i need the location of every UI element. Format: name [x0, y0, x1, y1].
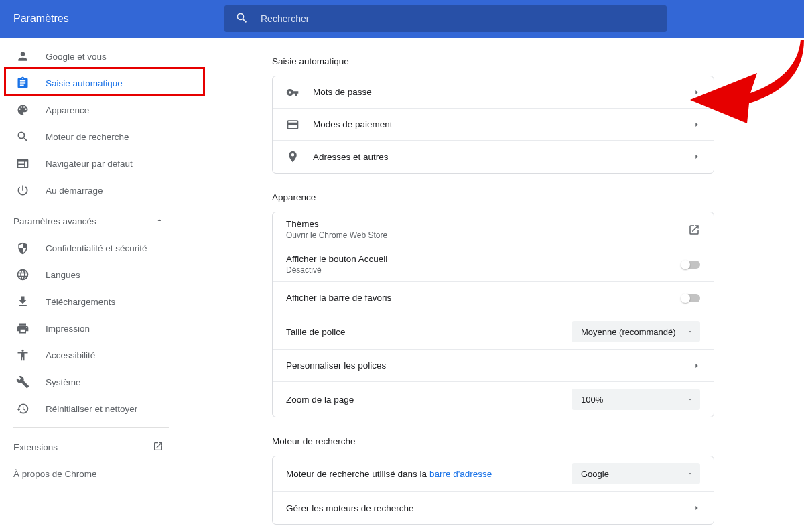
sidebar-item-search-engine[interactable]: Moteur de recherche [0, 123, 182, 150]
address-bar-link[interactable]: barre d'adresse [429, 469, 492, 479]
location-icon [286, 150, 299, 163]
row-customize-fonts[interactable]: Personnaliser les polices [273, 350, 714, 382]
sidebar-item-label: Au démarrage [46, 186, 103, 196]
sidebar: Google et vous Saisie automatique Appare… [0, 38, 182, 532]
select-page-zoom[interactable]: 100% [572, 389, 700, 410]
toggle-home-button[interactable] [681, 261, 700, 269]
open-external-icon [153, 441, 163, 454]
sidebar-item-label: Extensions [13, 442, 58, 452]
sidebar-item-label: Réinitialiser et nettoyer [46, 404, 137, 414]
search-icon [16, 130, 29, 143]
row-label: Mots de passe [313, 87, 693, 97]
row-sublabel: Désactivé [286, 265, 681, 275]
globe-icon [16, 268, 29, 281]
toggle-bookmarks-bar[interactable] [681, 294, 700, 302]
sidebar-item-label: Saisie automatique [46, 78, 123, 88]
chevron-down-icon [687, 328, 693, 335]
chevron-right-icon [693, 121, 700, 128]
sidebar-item-printing[interactable]: Impression [0, 315, 182, 342]
sidebar-advanced-label: Paramètres avancés [13, 216, 96, 226]
autofill-card: Mots de passe Modes de paiement Adresses… [272, 76, 714, 174]
section-title-autofill: Saisie automatique [272, 56, 714, 66]
sidebar-item-default-browser[interactable]: Navigateur par défaut [0, 150, 182, 177]
chevron-right-icon [693, 89, 700, 96]
section-title-appearance: Apparence [272, 192, 714, 202]
chevron-right-icon [693, 153, 700, 160]
row-manage-search-engines[interactable]: Gérer les moteurs de recherche [273, 492, 714, 524]
app-header: Paramètres [0, 0, 804, 38]
row-bookmarks-bar[interactable]: Afficher la barre de favoris [273, 282, 714, 314]
open-external-icon [688, 224, 700, 236]
sidebar-item-autofill[interactable]: Saisie automatique [0, 70, 182, 96]
search-icon [235, 11, 261, 27]
row-font-size: Taille de police Moyenne (recommandé) [273, 314, 714, 350]
person-icon [16, 50, 29, 63]
section-title-search-engine: Moteur de recherche [272, 436, 714, 446]
row-label: Moteur de recherche utilisé dans la barr… [286, 469, 572, 479]
row-label: Gérer les moteurs de recherche [286, 503, 693, 513]
row-page-zoom: Zoom de la page 100% [273, 382, 714, 417]
sidebar-item-extensions[interactable]: Extensions [0, 434, 182, 460]
select-value: 100% [581, 395, 603, 405]
row-label: Modes de paiement [313, 119, 693, 129]
page-title: Paramètres [13, 13, 224, 25]
row-search-engine-used: Moteur de recherche utilisé dans la barr… [273, 456, 714, 492]
chevron-down-icon [687, 470, 693, 477]
sidebar-divider [13, 427, 169, 428]
row-label: Personnaliser les polices [286, 360, 693, 371]
shield-icon [16, 241, 29, 255]
sidebar-item-downloads[interactable]: Téléchargements [0, 288, 182, 315]
row-label: Adresses et autres [313, 152, 693, 162]
sidebar-item-privacy[interactable]: Confidentialité et sécurité [0, 235, 182, 261]
key-icon [286, 86, 299, 99]
credit-card-icon [286, 118, 299, 131]
palette-icon [16, 103, 29, 117]
search-input[interactable] [261, 13, 656, 24]
sidebar-item-system[interactable]: Système [0, 369, 182, 395]
main-content: Saisie automatique Mots de passe Modes d… [182, 38, 804, 532]
appearance-card: Thèmes Ouvrir le Chrome Web Store Affich… [272, 212, 714, 417]
sidebar-item-label: Confidentialité et sécurité [46, 243, 147, 253]
sidebar-item-label: Impression [46, 324, 90, 334]
row-themes[interactable]: Thèmes Ouvrir le Chrome Web Store [273, 212, 714, 247]
row-label: Zoom de la page [286, 395, 572, 405]
sidebar-item-label: Apparence [46, 105, 89, 115]
download-icon [16, 295, 29, 308]
sidebar-item-label: Téléchargements [46, 297, 115, 307]
row-label: Afficher la barre de favoris [286, 293, 681, 303]
sidebar-item-on-startup[interactable]: Au démarrage [0, 177, 182, 204]
sidebar-item-about[interactable]: À propos de Chrome [0, 460, 182, 487]
assignment-icon [16, 76, 29, 90]
sidebar-item-accessibility[interactable]: Accessibilité [0, 342, 182, 369]
sidebar-item-label: Langues [46, 270, 80, 280]
sidebar-item-reset[interactable]: Réinitialiser et nettoyer [0, 395, 182, 422]
row-label: Taille de police [286, 327, 572, 337]
row-home-button[interactable]: Afficher le bouton Accueil Désactivé [273, 247, 714, 282]
power-icon [16, 184, 29, 197]
sidebar-item-languages[interactable]: Langues [0, 261, 182, 288]
search-engine-card: Moteur de recherche utilisé dans la barr… [272, 456, 714, 525]
row-passwords[interactable]: Mots de passe [273, 76, 714, 109]
row-addresses[interactable]: Adresses et autres [273, 141, 714, 173]
search-box[interactable] [224, 5, 667, 32]
chevron-up-icon [155, 216, 163, 226]
select-search-engine[interactable]: Google [572, 463, 700, 484]
select-value: Moyenne (recommandé) [581, 327, 676, 337]
chevron-down-icon [687, 396, 693, 403]
sidebar-advanced-toggle[interactable]: Paramètres avancés [0, 208, 182, 235]
sidebar-item-google-and-you[interactable]: Google et vous [0, 43, 182, 70]
chevron-right-icon [693, 362, 700, 369]
select-font-size[interactable]: Moyenne (recommandé) [572, 321, 700, 342]
row-payment-methods[interactable]: Modes de paiement [273, 109, 714, 141]
accessibility-icon [16, 348, 29, 362]
sidebar-item-label: À propos de Chrome [13, 469, 97, 479]
sidebar-item-label: Google et vous [46, 52, 107, 62]
sidebar-item-label: Système [46, 377, 81, 387]
wrench-icon [16, 375, 29, 389]
sidebar-item-appearance[interactable]: Apparence [0, 96, 182, 123]
sidebar-item-label: Navigateur par défaut [46, 159, 133, 169]
print-icon [16, 322, 29, 335]
sidebar-item-label: Accessibilité [46, 350, 95, 360]
row-label: Afficher le bouton Accueil [286, 254, 681, 264]
restore-icon [16, 402, 29, 415]
